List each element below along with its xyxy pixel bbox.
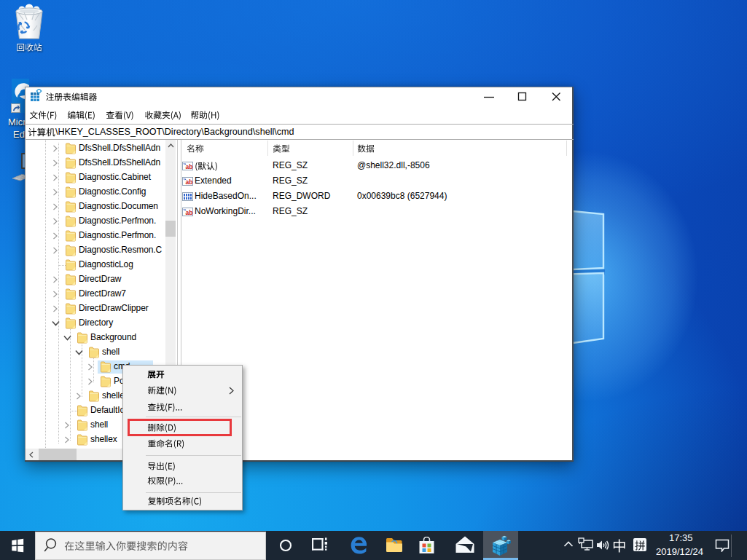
svg-text:ab: ab (186, 178, 193, 186)
svg-text:ab: ab (186, 209, 193, 216)
svg-text:ab: ab (186, 163, 193, 170)
